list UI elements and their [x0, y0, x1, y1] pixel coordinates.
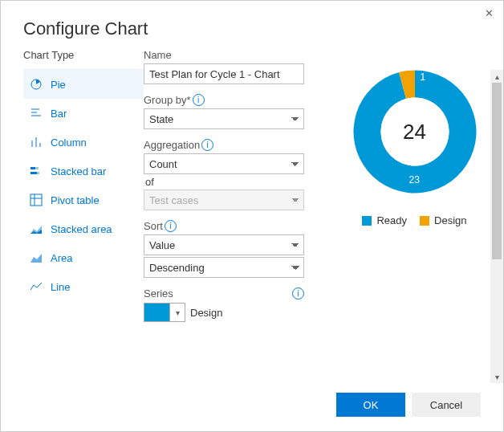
chart-type-line[interactable]: Line	[23, 272, 144, 301]
sort-label: Sort i	[144, 220, 316, 232]
line-icon	[30, 280, 43, 293]
pie-icon	[30, 78, 43, 91]
chart-type-label: Stacked area	[51, 223, 112, 235]
donut-chart: 24 1 23	[347, 63, 483, 200]
info-icon[interactable]: i	[193, 94, 205, 106]
info-icon[interactable]: i	[165, 220, 177, 232]
aggregation-select[interactable]: Count	[144, 153, 304, 174]
chart-type-area[interactable]: Area	[23, 243, 144, 272]
series-color-picker[interactable]: ▾	[144, 303, 185, 322]
pivot-table-icon	[30, 194, 43, 206]
legend: Ready Design	[362, 214, 466, 226]
scroll-down-icon[interactable]: ▾	[490, 370, 503, 383]
name-input[interactable]	[144, 63, 304, 84]
slice-label-ready: 23	[409, 174, 420, 185]
ok-button[interactable]: OK	[336, 393, 405, 417]
legend-item-ready: Ready	[362, 214, 407, 226]
dialog-title: Configure Chart	[1, 1, 503, 47]
chart-type-label: Pie	[51, 79, 66, 91]
slice-label-design: 1	[421, 71, 426, 83]
chevron-down-icon: ▾	[169, 304, 185, 321]
svg-rect-11	[30, 194, 42, 206]
scrollbar[interactable]: ▴ ▾	[490, 70, 503, 383]
chart-type-pie[interactable]: Pie	[23, 70, 144, 99]
cancel-button[interactable]: Cancel	[412, 393, 481, 417]
legend-item-design: Design	[420, 214, 466, 226]
bar-icon	[30, 107, 43, 120]
chart-type-label: Area	[51, 252, 72, 264]
scroll-up-icon[interactable]: ▴	[490, 70, 503, 83]
chart-type-label: Stacked bar	[51, 165, 106, 177]
chart-type-pivot-table[interactable]: Pivot table	[23, 185, 144, 214]
of-select: Test cases	[144, 190, 304, 210]
chart-type-bar[interactable]: Bar	[23, 99, 144, 128]
svg-rect-10	[37, 172, 39, 174]
configure-chart-dialog: ✕ Configure Chart Chart Type PieBarColum…	[0, 0, 504, 432]
chart-config-form: Name Group by* i State Aggregation i C	[144, 47, 324, 383]
chart-type-label: Pivot table	[51, 194, 100, 206]
scroll-thumb[interactable]	[492, 83, 502, 259]
of-label: of	[145, 176, 316, 188]
sort-field-select[interactable]: Value	[144, 234, 304, 255]
group-by-label: Group by* i	[144, 94, 316, 106]
stacked-area-icon	[30, 222, 43, 235]
column-icon	[30, 136, 43, 149]
area-icon	[30, 251, 43, 264]
aggregation-label: Aggregation i	[144, 139, 316, 151]
sort-direction-select[interactable]: Descending	[144, 257, 304, 278]
chart-type-label: Chart Type	[23, 49, 144, 61]
name-label: Name	[144, 49, 316, 61]
info-icon[interactable]: i	[292, 287, 304, 300]
chart-preview: 24 1 23 Ready Design	[324, 47, 497, 383]
chart-type-stacked-bar[interactable]: Stacked bar	[23, 157, 144, 185]
chart-type-label: Bar	[51, 108, 67, 120]
svg-rect-7	[30, 167, 35, 169]
stacked-bar-icon	[30, 165, 43, 177]
series-name: Design	[190, 307, 222, 319]
svg-rect-9	[30, 172, 37, 174]
close-icon[interactable]: ✕	[485, 7, 494, 19]
chart-type-label: Line	[51, 281, 71, 293]
svg-rect-8	[35, 167, 39, 169]
chart-type-panel: Chart Type PieBarColumnStacked barPivot …	[23, 47, 144, 383]
chart-type-column[interactable]: Column	[23, 128, 144, 157]
svg-marker-16	[30, 254, 42, 263]
series-label: Series i	[144, 287, 304, 300]
group-by-select[interactable]: State	[144, 108, 304, 129]
chart-type-stacked-area[interactable]: Stacked area	[23, 214, 144, 243]
chart-type-label: Column	[51, 137, 87, 149]
info-icon[interactable]: i	[201, 139, 213, 151]
